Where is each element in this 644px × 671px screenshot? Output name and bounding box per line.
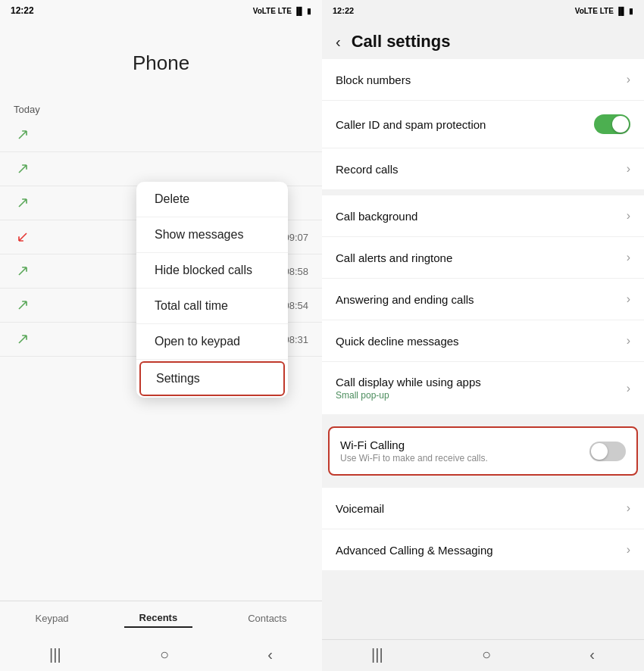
right-battery-icon: ▮ bbox=[629, 7, 633, 15]
right-time: 12:22 bbox=[333, 6, 354, 15]
advanced-label: Advanced Calling & Messaging bbox=[336, 544, 493, 557]
right-home-bar: ||| ○ ‹ bbox=[322, 639, 644, 671]
record-calls-chevron: › bbox=[627, 162, 630, 176]
left-panel: 12:22 VoLTE LTE ▐▌ ▮ Phone Today bbox=[0, 0, 322, 671]
settings-item-wifi-calling[interactable]: Wi-Fi Calling Use Wi-Fi to make and rece… bbox=[328, 426, 638, 476]
voicemail-chevron: › bbox=[627, 501, 630, 515]
missed-call-icon bbox=[14, 228, 32, 246]
call-display-label: Call display while using apps bbox=[336, 376, 481, 389]
call-alerts-label: Call alerts and ringtone bbox=[336, 251, 452, 264]
call-background-chevron: › bbox=[627, 209, 630, 223]
left-status-bar: 12:22 VoLTE LTE ▐▌ ▮ bbox=[0, 0, 322, 21]
back-button[interactable]: ‹ bbox=[336, 33, 341, 51]
right-nav-back-icon[interactable]: ‹ bbox=[589, 646, 595, 663]
right-status-bar: 12:22 VoLTE LTE ▐▌ ▮ bbox=[322, 0, 644, 21]
settings-list: Block numbers › Caller ID and spam prote… bbox=[322, 59, 644, 639]
nav-item-keypad[interactable]: Keypad bbox=[20, 610, 84, 627]
settings-item-record-calls[interactable]: Record calls › bbox=[322, 148, 644, 189]
left-battery-icon: ▮ bbox=[307, 7, 311, 15]
quick-decline-label: Quick decline messages bbox=[336, 335, 459, 348]
settings-item-call-alerts[interactable]: Call alerts and ringtone › bbox=[322, 237, 644, 279]
settings-group-2: Call background › Call alerts and ringto… bbox=[322, 195, 644, 414]
call-display-sub: Small pop-up bbox=[336, 390, 481, 401]
settings-item-voicemail[interactable]: Voicemail › bbox=[322, 488, 644, 529]
caller-id-toggle-knob bbox=[612, 116, 629, 133]
advanced-chevron: › bbox=[627, 543, 630, 557]
wifi-calling-sub: Use Wi-Fi to make and receive calls. bbox=[340, 453, 488, 463]
menu-item-open-keypad[interactable]: Open to keypad bbox=[136, 324, 288, 360]
right-nav-home-icon[interactable]: ○ bbox=[482, 646, 491, 663]
bottom-nav: Keypad Recents Contacts bbox=[0, 601, 322, 640]
settings-item-answering[interactable]: Answering and ending calls › bbox=[322, 279, 644, 320]
caller-id-label: Caller ID and spam protection bbox=[336, 118, 486, 131]
left-home-bar: ||| ○ ‹ bbox=[0, 640, 322, 671]
settings-item-call-display[interactable]: Call display while using apps Small pop-… bbox=[322, 362, 644, 414]
menu-item-show-messages[interactable]: Show messages bbox=[136, 217, 288, 253]
right-panel: 12:22 VoLTE LTE ▐▌ ▮ ‹ Call settings Blo… bbox=[322, 0, 644, 671]
settings-item-call-background[interactable]: Call background › bbox=[322, 195, 644, 237]
left-nav-menu-icon[interactable]: ||| bbox=[49, 646, 61, 663]
left-signal-icon: ▐▌ bbox=[294, 7, 305, 15]
caller-id-toggle[interactable] bbox=[594, 114, 630, 134]
settings-title: Call settings bbox=[352, 32, 451, 51]
settings-item-quick-decline[interactable]: Quick decline messages › bbox=[322, 320, 644, 362]
call-item-left bbox=[14, 262, 32, 280]
nav-recents-label: Recents bbox=[139, 612, 178, 623]
call-alerts-chevron: › bbox=[627, 251, 630, 264]
settings-header: ‹ Call settings bbox=[322, 21, 644, 59]
outgoing-call-icon bbox=[14, 126, 32, 144]
nav-contacts-label: Contacts bbox=[248, 613, 286, 624]
wifi-calling-label: Wi-Fi Calling bbox=[340, 438, 488, 451]
wifi-calling-toggle[interactable] bbox=[589, 442, 626, 461]
phone-title: Phone bbox=[0, 21, 322, 98]
call-item-left bbox=[14, 228, 32, 246]
wifi-calling-toggle-knob bbox=[591, 443, 608, 460]
settings-item-advanced[interactable]: Advanced Calling & Messaging › bbox=[322, 529, 644, 570]
record-calls-label: Record calls bbox=[336, 163, 399, 176]
wifi-calling-section: Wi-Fi Calling Use Wi-Fi to make and rece… bbox=[322, 420, 644, 482]
right-network-icon: VoLTE LTE bbox=[575, 7, 614, 15]
call-item-left bbox=[14, 194, 32, 212]
left-time: 12:22 bbox=[11, 5, 34, 16]
left-network-icon: VoLTE LTE bbox=[253, 7, 292, 15]
left-nav-back-icon[interactable]: ‹ bbox=[267, 646, 273, 663]
voicemail-label: Voicemail bbox=[336, 502, 384, 515]
context-menu: Delete Show messages Hide blocked calls … bbox=[136, 182, 288, 398]
outgoing-call-icon bbox=[14, 160, 32, 178]
settings-item-block-numbers[interactable]: Block numbers › bbox=[322, 59, 644, 101]
outgoing-call-icon bbox=[14, 262, 32, 280]
call-display-chevron: › bbox=[627, 382, 630, 395]
call-item-left bbox=[14, 126, 32, 144]
left-nav-home-icon[interactable]: ○ bbox=[160, 646, 169, 663]
call-item-left bbox=[14, 330, 32, 348]
block-numbers-chevron: › bbox=[627, 73, 630, 86]
nav-item-contacts[interactable]: Contacts bbox=[233, 610, 302, 627]
settings-item-caller-id[interactable]: Caller ID and spam protection bbox=[322, 101, 644, 148]
menu-item-total-call-time[interactable]: Total call time bbox=[136, 289, 288, 324]
section-label: Today bbox=[0, 98, 322, 118]
outgoing-call-icon bbox=[14, 194, 32, 212]
call-item-left bbox=[14, 296, 32, 314]
left-status-icons: VoLTE LTE ▐▌ ▮ bbox=[253, 7, 311, 15]
answering-label: Answering and ending calls bbox=[336, 293, 474, 306]
right-status-icons: VoLTE LTE ▐▌ ▮ bbox=[575, 7, 633, 15]
menu-item-settings[interactable]: Settings bbox=[139, 361, 285, 396]
outgoing-call-icon bbox=[14, 330, 32, 348]
menu-item-hide-blocked[interactable]: Hide blocked calls bbox=[136, 253, 288, 289]
nav-keypad-label: Keypad bbox=[36, 613, 69, 624]
settings-group-1: Block numbers › Caller ID and spam prote… bbox=[322, 59, 644, 189]
outgoing-call-icon bbox=[14, 296, 32, 314]
block-numbers-label: Block numbers bbox=[336, 73, 411, 86]
list-item[interactable] bbox=[0, 118, 322, 152]
answering-chevron: › bbox=[627, 292, 630, 306]
menu-item-delete[interactable]: Delete bbox=[136, 182, 288, 217]
quick-decline-chevron: › bbox=[627, 334, 630, 348]
right-nav-menu-icon[interactable]: ||| bbox=[371, 646, 383, 663]
nav-item-recents[interactable]: Recents bbox=[124, 609, 193, 628]
settings-group-4: Voicemail › Advanced Calling & Messaging… bbox=[322, 488, 644, 570]
call-background-label: Call background bbox=[336, 210, 417, 223]
right-signal-icon: ▐▌ bbox=[616, 7, 627, 15]
call-item-left bbox=[14, 160, 32, 178]
